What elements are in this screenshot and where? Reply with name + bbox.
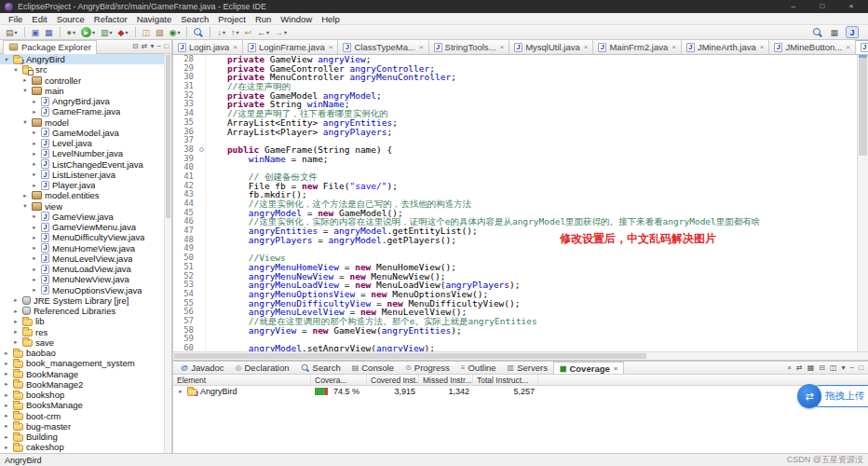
panel-tab-coverage[interactable]: ▩Coverage× [553,362,625,374]
package-explorer-tab[interactable]: Package Explorer [3,40,97,54]
editor-hscroll-thumb[interactable] [174,353,646,359]
close-icon[interactable]: × [760,43,765,51]
explorer-scrollbar-thumb[interactable] [166,55,170,218]
close-button[interactable]: × [839,0,863,13]
chevron-right-icon[interactable]: ▸ [31,244,38,252]
close-icon[interactable]: × [671,43,676,51]
quick-access-search-button[interactable] [811,26,824,39]
tree-item-main[interactable]: ▾main [0,86,171,96]
tree-item-menuoptionsview-java[interactable]: ▸JMenuOptionsView.java [0,285,171,295]
explorer-scrollbar[interactable] [164,54,171,453]
close-icon[interactable]: × [233,43,237,51]
tree-item-bookmanage[interactable]: ▸BookManage [0,369,171,379]
tree-item-levelnumber-java[interactable]: ▸JLevelNumber.java [0,148,171,158]
tree-item-building[interactable]: ▸Building [0,432,171,442]
debug-button[interactable]: ●▾ [65,26,77,39]
search-button[interactable] [192,26,205,39]
chevron-right-icon[interactable]: ▸ [21,76,29,84]
close-icon[interactable]: × [614,364,618,373]
tree-item-lib[interactable]: ▸lib [0,316,171,326]
tree-item-bookshop[interactable]: ▸bookshop [0,390,171,400]
chevron-right-icon[interactable]: ▸ [31,234,38,241]
editor-tab-gameframe-java[interactable]: JGameFrame.java× [856,40,868,54]
menu-search[interactable]: Search [176,13,213,25]
chevron-right-icon[interactable]: ▸ [3,370,10,377]
tree-item-boot-crm[interactable]: ▸boot-crm [0,411,171,421]
chevron-right-icon[interactable]: ▸ [12,328,20,336]
column-header-covered-inst[interactable]: Covered Inst... [367,375,419,385]
chevron-right-icon[interactable]: ▸ [3,402,10,409]
editor-tab-mysqlutil-java[interactable]: JMysqlUtil.java× [509,40,593,54]
menu-source[interactable]: Source [52,13,89,25]
tree-item-save[interactable]: ▸save [0,337,171,348]
tree-item-gameframe-java[interactable]: ▸JGameFrame.java [0,106,171,116]
menu-window[interactable]: Window [276,13,317,25]
chevron-right-icon[interactable]: ▸ [31,129,38,136]
tree-item-gameviewmenu-java[interactable]: ▸JGameViewMenu.java [0,222,171,232]
close-icon[interactable]: × [584,43,589,51]
chevron-right-icon[interactable]: ▸ [31,276,38,283]
chevron-right-icon[interactable]: ▸ [31,150,38,158]
editor-tab-login-java[interactable]: JLogin.java× [173,40,243,54]
editor-tab-jminearth-java[interactable]: JJMineArth.java× [682,40,770,54]
clear-sessions-icon[interactable]: × [787,363,792,372]
new-java-project-button[interactable]: ◫ [141,26,153,39]
close-icon[interactable]: × [846,43,850,51]
chevron-down-icon[interactable]: ▾ [21,118,29,126]
column-header-element[interactable]: Element [173,375,311,385]
tree-item-cakeshop[interactable]: ▸cakeshop [0,442,171,452]
tree-item-bug-master[interactable]: ▸bug-master [0,421,171,432]
chevron-right-icon[interactable]: ▸ [31,108,38,116]
chevron-right-icon[interactable]: ▸ [31,286,38,294]
chevron-down-icon[interactable]: ▾ [3,56,10,63]
menu-refactor[interactable]: Refactor [89,13,132,25]
chevron-right-icon[interactable]: ▸ [31,140,38,147]
tree-item-player-java[interactable]: ▸JPlayer.java [0,180,171,190]
editor-tab-mainfrm2-java[interactable]: JMainFrm2.java× [593,40,682,54]
editor-vscroll-thumb[interactable] [859,58,867,156]
editor-horizontal-scrollbar[interactable] [173,351,868,360]
minimize-view-icon[interactable]: − [156,40,161,53]
chevron-right-icon[interactable]: ▸ [31,254,38,262]
tree-item-listlistener-java[interactable]: ▸JListListener.java [0,170,171,180]
chevron-right-icon[interactable]: ▸ [31,224,38,231]
chevron-right-icon[interactable]: ▸ [3,360,10,367]
menu-run[interactable]: Run [251,13,276,25]
collapse-all-icon[interactable]: ⊟ [132,40,139,53]
panel-tab-progress[interactable]: ⊙Progress [400,362,455,374]
next-annotation-button[interactable]: ↓▾ [215,26,227,39]
table-row[interactable]: ▸AngryBird74.5 %3,9151,3425,257 [173,386,868,397]
new-package-button[interactable]: ▧ [154,26,166,39]
tree-item-book-management-system[interactable]: ▸book_management_system [0,358,171,368]
view-menu-icon[interactable]: ▾ [841,363,845,372]
panel-tab-servers[interactable]: ▥Servers [502,362,553,374]
new-class-button[interactable]: ◉▾ [168,26,183,39]
java-perspective-button[interactable]: J [844,26,861,39]
tree-item-listchangedevent-java[interactable]: ▸JListChangedEvent.java [0,159,171,170]
minimize-view-icon[interactable]: − [849,363,854,372]
chevron-right-icon[interactable]: ▸ [31,171,38,178]
tree-item-menuloadview-java[interactable]: ▸JMenuLoadView.java [0,264,171,274]
tree-item-view[interactable]: ▾view [0,201,171,212]
menu-file[interactable]: File [4,13,27,25]
external-tools-button[interactable]: ◆▾ [116,26,130,39]
open-perspective-button[interactable]: ▦ [828,26,840,39]
collapse-all-icon[interactable]: ⊟ [819,363,825,372]
maximize-view-icon[interactable]: □ [164,40,169,53]
tree-item-referenced-libraries[interactable]: ▸Referenced Libraries [0,306,171,316]
chevron-right-icon[interactable]: ▸ [21,192,29,199]
chevron-right-icon[interactable]: ▸ [12,318,20,325]
tree-item-menulevelview-java[interactable]: ▸JMenuLevelView.java [0,254,171,264]
tree-item-model-entities[interactable]: ▸model.entities [0,190,171,200]
chevron-down-icon[interactable]: ▾ [21,87,29,94]
menu-help[interactable]: Help [317,13,345,25]
editor-area[interactable]: 28 private GameView angryView;29 private… [173,55,868,351]
tree-item-controller[interactable]: ▸controller [0,75,171,86]
upload-badge[interactable]: ⇄ 拖拽上传 [797,384,868,408]
menu-navigate[interactable]: Navigate [132,13,177,25]
back-button[interactable]: ←▾ [255,26,271,39]
chevron-right-icon[interactable]: ▸ [3,412,10,419]
tree-item-res[interactable]: ▸res [0,327,171,337]
tree-item-angrybird-java[interactable]: ▸JAngryBird.java [0,96,171,106]
editor-tab-jminebutton[interactable]: JJMineButton...× [769,40,855,54]
